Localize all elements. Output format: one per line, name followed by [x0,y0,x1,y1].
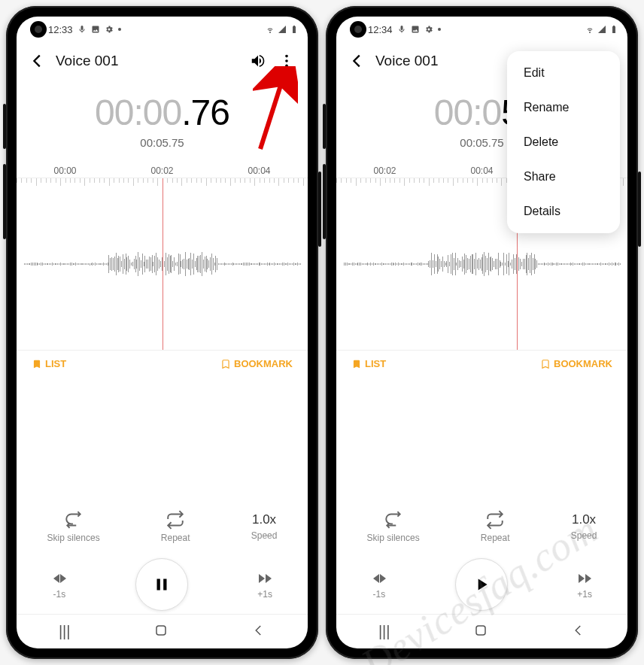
status-bar: 12:34 [336,17,627,42]
skip-icon [64,510,84,530]
svg-point-0 [285,55,288,58]
phone-left: 12:33 Voice 001 [6,6,318,659]
play-button[interactable] [455,558,508,611]
gear-icon [105,25,114,34]
rewind-button[interactable]: -1s [370,569,388,600]
pause-icon [152,575,172,594]
gear-icon [424,25,433,34]
recording-title: Voice 001 [56,53,118,69]
rewind-button[interactable]: -1s [50,569,68,600]
svg-rect-5 [476,626,485,635]
nav-recents[interactable]: ||| [378,623,390,640]
image-icon [411,25,420,34]
time-display: 00:00.76 00:05.75 [17,80,308,155]
bookmark-icon [32,359,42,369]
list-button[interactable]: LIST [351,358,386,369]
nav-back[interactable] [252,624,266,640]
speed-value: 1.0x [572,512,596,527]
skip-icon [384,510,403,530]
svg-point-1 [285,59,288,62]
wifi-icon [585,25,594,34]
nav-bar: ||| [17,614,308,648]
waveform-area[interactable] [17,178,308,351]
skip-silences-button[interactable]: Skip silences [367,510,420,543]
bookmark-button[interactable]: BOOKMARK [540,358,612,369]
mic-icon [397,25,406,34]
speed-button[interactable]: 1.0x Speed [571,512,597,541]
menu-item-details[interactable]: Details [507,194,620,229]
forward-button[interactable]: +1s [576,569,594,600]
repeat-button[interactable]: Repeat [161,510,190,543]
battery-icon [609,25,618,34]
nav-recents[interactable]: ||| [59,623,71,640]
current-time: 00:00.76 [17,92,308,133]
back-button[interactable] [27,50,48,71]
speaker-button[interactable] [248,50,269,71]
nav-home[interactable] [154,624,168,640]
list-button[interactable]: LIST [32,358,66,369]
signal-icon [597,25,606,34]
speed-value: 1.0x [252,512,276,527]
bookmark-outline-icon [540,359,551,369]
controls: Skip silences Repeat 1.0x Speed -1s [17,498,308,614]
repeat-icon [166,510,185,530]
menu-item-delete[interactable]: Delete [507,125,620,159]
repeat-icon [485,510,505,530]
playhead-cursor [163,178,163,350]
svg-point-2 [285,65,288,68]
vol-down [323,164,326,239]
menu-item-edit[interactable]: Edit [507,56,620,90]
waveform [336,245,627,283]
bookmark-button[interactable]: BOOKMARK [220,358,293,369]
status-time: 12:33 [48,24,73,35]
vol-down [3,164,6,239]
overflow-menu: Edit Rename Delete Share Details [507,51,620,233]
play-icon [472,575,491,594]
speed-button[interactable]: 1.0x Speed [251,512,278,541]
nav-bar: ||| [336,614,627,648]
power-btn [638,172,641,247]
controls: Skip silences Repeat 1.0x Speed -1s [336,498,627,614]
duration: 00:05.75 [17,136,308,149]
more-button[interactable] [276,50,297,71]
list-bookmark-row: LIST BOOKMARK [17,351,308,377]
menu-item-rename[interactable]: Rename [507,90,620,125]
svg-rect-3 [156,626,166,635]
screen-right: 12:34 Voice 001 00:05. 00:05.75 [336,17,627,648]
forward-button[interactable]: +1s [256,569,274,600]
forward-icon [256,569,274,588]
repeat-button[interactable]: Repeat [481,510,510,543]
time-ruler: 00:00 00:02 00:04 [17,165,308,176]
screen-left: 12:33 Voice 001 [17,17,308,648]
image-icon [91,25,100,34]
wifi-icon [266,25,275,34]
back-button[interactable] [347,50,368,71]
bookmark-outline-icon [220,359,231,369]
skip-silences-button[interactable]: Skip silences [47,510,100,543]
dot-icon [438,28,441,31]
pause-button[interactable] [135,558,188,611]
phone-right: 12:34 Voice 001 00:05. 00:05.75 [326,6,638,659]
battery-icon [290,25,299,34]
status-time: 12:34 [368,24,393,35]
recording-title: Voice 001 [375,53,438,69]
mic-icon [77,25,87,34]
rewind-icon [370,569,388,588]
power-btn [318,172,321,247]
nav-back[interactable] [572,624,585,640]
bookmark-icon [351,359,362,369]
list-bookmark-row: LIST BOOKMARK [336,351,627,377]
status-bar: 12:33 [17,17,308,42]
nav-home[interactable] [474,624,488,640]
forward-icon [576,569,594,588]
vol-up [3,104,6,149]
menu-item-share[interactable]: Share [507,159,620,194]
vol-up [323,104,326,149]
app-bar: Voice 001 [17,42,308,80]
signal-icon [278,25,287,34]
rewind-icon [50,569,68,588]
dot-icon [118,28,121,31]
